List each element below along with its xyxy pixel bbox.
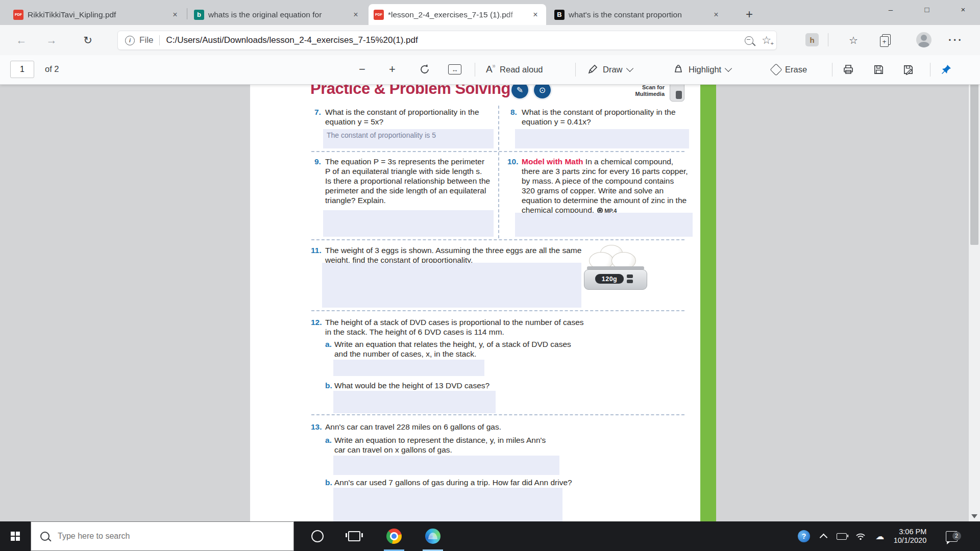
fit-to-width-icon[interactable]: ↔: [448, 61, 461, 78]
pin-icon: [940, 63, 952, 76]
problem-7: 7. What is the constant of proportionali…: [325, 107, 479, 127]
url-text[interactable]: C:/Users/Austi/Downloads/lesson_2-4_exer…: [166, 35, 745, 45]
answer-field-12a[interactable]: [333, 360, 484, 376]
tray-overflow-button[interactable]: [816, 521, 831, 551]
tab-title: what's is the constant proportion: [569, 10, 706, 19]
address-bar[interactable]: i File C:/Users/Austi/Downloads/lesson_2…: [117, 31, 777, 50]
wifi-icon: [855, 533, 866, 540]
more-menu-icon[interactable]: • • •: [947, 32, 963, 48]
draw-button[interactable]: Draw: [587, 61, 632, 78]
action-center-icon: 2: [946, 531, 958, 542]
problem-text: What is the constant of proportionality …: [522, 107, 676, 117]
maximize-button[interactable]: □: [912, 0, 942, 18]
onedrive-tray-button[interactable]: ☁: [871, 521, 889, 551]
clock-tray-button[interactable]: 3:06 PM 10/1/2020: [890, 521, 930, 551]
problem-8: 8. What is the constant of proportionali…: [522, 107, 676, 127]
chrome-taskbar-button[interactable]: [381, 521, 407, 551]
pdf-toolbar: of 2 − + ↔ A⁾⁾ Read aloud Draw Highlight…: [0, 55, 980, 85]
erase-button[interactable]: Erase: [772, 61, 807, 78]
tab-bing-search-1[interactable]: b whats is the original equation for ×: [189, 4, 366, 25]
tab-title: whats is the original equation for: [208, 10, 346, 19]
tab-lesson-pdf-active[interactable]: PDF *lesson_2-4_exercises_7-15 (1).pdf ×: [369, 4, 546, 25]
answer-field-12b[interactable]: [333, 391, 496, 413]
info-icon[interactable]: i: [125, 36, 135, 45]
answer-field-7[interactable]: The constant of proportionality is 5: [323, 129, 494, 148]
tab-rikkitikkitavi[interactable]: PDF RikkiTikkiTavi_Kipling.pdf ×: [8, 4, 186, 25]
scrollbar-thumb[interactable]: [970, 82, 978, 245]
forward-icon[interactable]: →: [43, 32, 60, 48]
collections-icon[interactable]: +: [880, 34, 890, 46]
scan-for-multimedia-label: Scan forMultimedia: [607, 84, 665, 97]
problem-text: by mass. A piece of the compound contain…: [522, 176, 688, 186]
print-icon: [842, 63, 854, 76]
answer-field-9[interactable]: [323, 210, 494, 237]
tab-bing-search-2[interactable]: B what's is the constant proportion ×: [549, 4, 727, 25]
chevron-down-icon[interactable]: [626, 65, 633, 72]
read-aloud-button[interactable]: A⁾⁾ Read aloud: [486, 61, 543, 78]
answer-field-13a[interactable]: [333, 456, 559, 475]
extension-icon[interactable]: h: [805, 33, 819, 46]
multimedia-device-icon: [670, 84, 684, 102]
problem-text: car can travel on x gallons of gas.: [334, 445, 546, 455]
action-center-button[interactable]: 2: [938, 521, 965, 551]
close-icon[interactable]: ×: [350, 9, 361, 20]
favorites-bar-icon[interactable]: ☆: [845, 32, 862, 48]
problem-text: equation y = 0.41x?: [522, 117, 676, 127]
save-as-button[interactable]: [902, 61, 914, 78]
problem-text: Is there a proportional relationship bet…: [325, 176, 490, 186]
edge-taskbar-button[interactable]: [420, 521, 446, 551]
page-number-input[interactable]: [10, 61, 34, 78]
pin-toolbar-button[interactable]: [940, 61, 952, 78]
close-icon[interactable]: ×: [710, 9, 722, 20]
problem-text: The equation P = 3s represents the perim…: [325, 157, 490, 166]
minimize-button[interactable]: –: [876, 0, 905, 18]
visual-learning-icon: ⊙: [534, 84, 551, 98]
answer-field-10[interactable]: [515, 213, 693, 237]
highlight-button[interactable]: Highlight: [673, 61, 731, 78]
pdf-page: Practice & Problem Solving ✎ ⊙ Scan forM…: [250, 84, 700, 521]
zoom-in-button[interactable]: +: [389, 61, 396, 78]
refresh-icon[interactable]: ↻: [80, 32, 96, 48]
answer-field-8[interactable]: [515, 129, 689, 148]
taskbar-search[interactable]: [31, 521, 294, 551]
typed-answer[interactable]: The constant of proportionality is 5: [327, 131, 436, 139]
chevron-down-icon[interactable]: [725, 65, 732, 72]
row-divider: [311, 151, 684, 152]
profile-avatar[interactable]: [916, 32, 932, 47]
add-favorite-icon[interactable]: ☆: [762, 34, 771, 46]
tab-title: *lesson_2-4_exercises_7-15 (1).pdf: [388, 10, 526, 19]
search-icon: [40, 532, 50, 541]
pdf-viewport: Practice & Problem Solving ✎ ⊙ Scan forM…: [0, 84, 969, 521]
cortana-button[interactable]: [304, 521, 331, 551]
scale-button: [627, 280, 633, 283]
problem-text: and the number of cases, x, in the stack…: [334, 349, 571, 359]
tab-separator: [187, 8, 187, 19]
close-window-button[interactable]: ×: [948, 0, 978, 18]
start-button[interactable]: [0, 521, 31, 551]
get-help-tray-button[interactable]: ?: [794, 521, 814, 551]
new-tab-button[interactable]: +: [741, 6, 757, 22]
answer-field-11[interactable]: [322, 263, 581, 308]
back-icon[interactable]: ←: [13, 32, 30, 48]
zoom-out-button[interactable]: −: [359, 61, 365, 78]
task-view-button[interactable]: [341, 521, 368, 551]
print-button[interactable]: [842, 61, 854, 78]
problem-text: P of an equilateral triangle with side l…: [325, 166, 490, 176]
zoom-indicator-icon[interactable]: [745, 36, 753, 45]
tab-strip: PDF RikkiTikkiTavi_Kipling.pdf × b whats…: [0, 0, 980, 25]
search-input[interactable]: [57, 531, 253, 541]
cortana-icon: [311, 530, 324, 542]
battery-tray-button[interactable]: [833, 521, 850, 551]
answer-field-13b[interactable]: [333, 488, 562, 521]
scroll-down-icon[interactable]: [971, 514, 977, 518]
save-button[interactable]: [873, 61, 885, 78]
close-icon[interactable]: ×: [169, 9, 181, 20]
network-tray-button[interactable]: [851, 521, 870, 551]
problem-text: The height of a stack of DVD cases is pr…: [325, 317, 584, 327]
problem-text: Write an equation that relates the heigh…: [334, 339, 571, 349]
erase-icon: [770, 63, 782, 76]
vertical-scrollbar[interactable]: [969, 55, 980, 521]
chevron-up-icon: [819, 533, 827, 541]
close-icon[interactable]: ×: [530, 9, 541, 20]
rotate-icon[interactable]: [419, 61, 431, 78]
